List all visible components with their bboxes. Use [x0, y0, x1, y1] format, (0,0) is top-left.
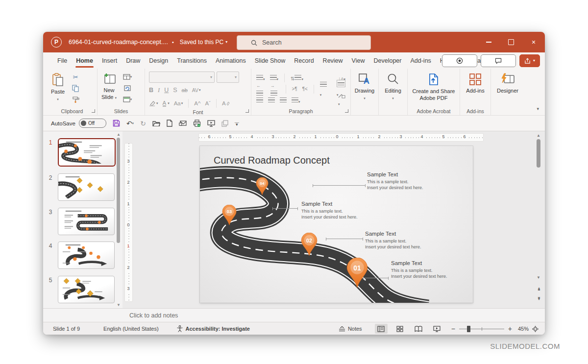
minimize-button[interactable]: [477, 32, 500, 52]
pin-04[interactable]: 04: [256, 177, 269, 195]
thumbnail-scrollbar[interactable]: ▲ ▼: [116, 131, 121, 308]
clipboard-dialog-launcher[interactable]: [92, 109, 95, 113]
next-slide-button[interactable]: ▼▼: [536, 297, 542, 300]
milestone-text-02[interactable]: Sample Text This is a sample text.Insert…: [365, 231, 443, 250]
ltr-button[interactable]: >¶: [292, 86, 297, 92]
tab-insert[interactable]: Insert: [98, 52, 122, 69]
align-center-button[interactable]: [268, 96, 275, 105]
slide-title[interactable]: Curved Roadmap Concept: [214, 155, 330, 166]
maximize-button[interactable]: [500, 32, 522, 52]
thumbnail-slide-2[interactable]: 2: [43, 173, 115, 201]
thumbnail-slide-1[interactable]: 1: [43, 138, 116, 167]
comments-button[interactable]: [481, 54, 516, 67]
decrease-font-button[interactable]: Aˇ: [205, 100, 211, 106]
print-preview-button[interactable]: [193, 120, 201, 127]
normal-view-button[interactable]: [375, 324, 388, 334]
slide-sorter-view-button[interactable]: [393, 324, 406, 334]
powerpoint-app-icon[interactable]: P: [51, 37, 62, 48]
milestone-text-04[interactable]: Sample Text This is a sample text.Insert…: [367, 171, 445, 191]
italic-button[interactable]: I: [158, 87, 160, 94]
font-dialog-launcher[interactable]: [245, 109, 249, 113]
thumbnail-slide-3[interactable]: 3: [43, 208, 115, 235]
customize-qat-button[interactable]: —▾: [235, 121, 239, 125]
vertical-scrollbar[interactable]: ▲ ▼ ▲▲ ▼▼: [536, 133, 542, 299]
zoom-slider-thumb[interactable]: [467, 326, 470, 332]
tab-developer[interactable]: Developer: [369, 52, 406, 69]
tab-draw[interactable]: Draw: [122, 52, 145, 69]
cut-button[interactable]: ✂: [71, 73, 80, 81]
shadow-button[interactable]: S: [173, 87, 177, 94]
smartart-button[interactable]: ▾: [338, 93, 345, 107]
language-button[interactable]: English (United States): [103, 326, 159, 332]
tab-review[interactable]: Review: [318, 52, 347, 69]
font-size-combo[interactable]: ▾: [217, 72, 239, 83]
add-ins-button[interactable]: Add-ins: [462, 72, 488, 96]
tab-add-ins[interactable]: Add-ins: [406, 52, 435, 69]
collapse-ribbon-button[interactable]: ▾: [537, 106, 539, 111]
pin-01[interactable]: 01: [346, 258, 368, 289]
thumbnail-slide-4[interactable]: 4: [43, 242, 115, 269]
scrollbar-thumb[interactable]: [117, 138, 120, 243]
open-button[interactable]: [152, 120, 160, 126]
fit-to-window-button[interactable]: [532, 325, 539, 333]
align-right-button[interactable]: [280, 96, 287, 105]
drawing-button[interactable]: A Drawing ▾: [351, 72, 378, 101]
search-input[interactable]: Search: [237, 35, 371, 50]
character-spacing-button[interactable]: AV▾: [192, 87, 201, 93]
designer-button[interactable]: Designer: [493, 72, 522, 96]
tab-home[interactable]: Home: [72, 52, 98, 69]
tab-transitions[interactable]: Transitions: [172, 52, 211, 69]
autosave-toggle[interactable]: Off: [79, 119, 106, 128]
record-button[interactable]: [442, 54, 477, 67]
tab-record[interactable]: Record: [290, 52, 318, 69]
redo-button[interactable]: ↻: [140, 120, 146, 127]
previous-slide-button[interactable]: ▲▲: [536, 287, 542, 291]
editing-button[interactable]: Editing ▾: [381, 72, 405, 101]
copy-button[interactable]: [71, 84, 80, 93]
pin-03[interactable]: 03: [222, 205, 237, 226]
zoom-in-button[interactable]: +: [508, 325, 512, 333]
pin-02[interactable]: 02: [301, 233, 318, 257]
zoom-level[interactable]: 45%: [512, 326, 529, 332]
section-button[interactable]: ▾: [122, 95, 132, 104]
font-color-button[interactable]: A: [163, 100, 167, 107]
notes-toggle-button[interactable]: Notes: [335, 324, 366, 333]
change-case-button[interactable]: Aa▾: [174, 100, 183, 106]
line-spacing-button[interactable]: ⇅▾: [291, 73, 303, 82]
thumbnail-slide-5[interactable]: 5: [43, 276, 115, 303]
share-button[interactable]: ▾: [519, 54, 540, 67]
strikethrough-button[interactable]: ab: [182, 87, 188, 93]
accessibility-button[interactable]: Accessibility: Investigate: [176, 325, 250, 332]
close-button[interactable]: ×: [522, 32, 545, 52]
bold-button[interactable]: B: [149, 87, 153, 94]
save-button[interactable]: [113, 120, 120, 127]
highlight-button[interactable]: ▾: [149, 100, 158, 106]
start-slideshow-button[interactable]: [207, 120, 215, 127]
scrollbar-thumb[interactable]: [537, 139, 540, 168]
zoom-slider[interactable]: [459, 329, 504, 329]
paste-button[interactable]: Paste ▾: [47, 72, 69, 102]
zoom-out-button[interactable]: −: [451, 325, 455, 333]
tab-animations[interactable]: Animations: [211, 52, 250, 69]
tab-slide-show[interactable]: Slide Show: [250, 52, 290, 69]
slideshow-view-button[interactable]: [431, 324, 443, 334]
milestone-text-01[interactable]: Sample Text This is a sample text.Insert…: [391, 260, 469, 279]
notes-pane[interactable]: Click to add notes: [43, 308, 545, 322]
duplicate-button[interactable]: [221, 120, 228, 127]
tab-view[interactable]: View: [347, 52, 369, 69]
increase-font-button[interactable]: A^: [194, 100, 200, 106]
underline-button[interactable]: U: [164, 87, 169, 94]
milestone-text-03[interactable]: Sample Text This is a sample text.Insert…: [301, 201, 380, 220]
new-slide-button[interactable]: NewSlide ▾: [98, 72, 121, 102]
slide-canvas[interactable]: Curved Roadmap Concept 04 03 02: [200, 146, 473, 303]
format-painter-button[interactable]: [71, 95, 80, 104]
font-name-combo[interactable]: ▾: [149, 72, 215, 83]
justify-button[interactable]: ▾: [292, 96, 300, 105]
undo-button[interactable]: ↶▾: [126, 120, 134, 127]
rtl-button[interactable]: ¶<: [302, 86, 308, 92]
reset-slide-button[interactable]: [122, 84, 132, 93]
clear-formatting-button[interactable]: A: [222, 100, 230, 106]
slide-layout-button[interactable]: ▾: [122, 73, 132, 81]
paragraph-dialog-launcher[interactable]: [345, 109, 348, 113]
new-document-button[interactable]: [167, 120, 172, 127]
